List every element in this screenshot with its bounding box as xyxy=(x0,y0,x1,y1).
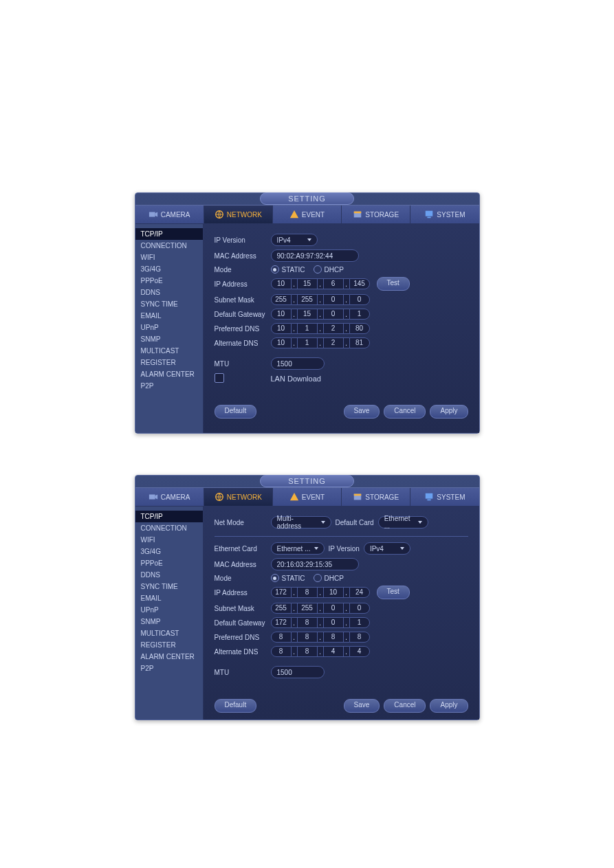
tab-network[interactable]: NETWORK xyxy=(204,205,273,223)
sidebar-item-ddns[interactable]: DDNS xyxy=(135,569,203,581)
ip-octet[interactable]: 8 xyxy=(297,646,318,657)
sidebar-item-synctime[interactable]: SYNC TIME xyxy=(135,298,203,310)
gateway-input[interactable]: 10.15.0.1 xyxy=(271,309,370,320)
sidebar-item-multicast[interactable]: MULTICAST xyxy=(135,627,203,639)
ip-octet[interactable]: 1 xyxy=(349,309,370,320)
sidebar-item-upnp[interactable]: UPnP xyxy=(135,604,203,616)
ip-octet[interactable]: 8 xyxy=(323,632,344,643)
ip-address-input[interactable]: 172.8.10.24 xyxy=(271,587,370,598)
radio-dhcp[interactable]: DHCP xyxy=(314,265,344,274)
sidebar-item-wifi[interactable]: WIFI xyxy=(135,252,203,263)
ip-octet[interactable]: 8 xyxy=(297,617,318,628)
ip-octet[interactable]: 10 xyxy=(271,309,292,320)
sidebar-item-upnp[interactable]: UPnP xyxy=(135,322,203,333)
ip-octet[interactable]: 1 xyxy=(297,323,318,334)
tab-event[interactable]: EVENT xyxy=(273,205,342,223)
prefdns-input[interactable]: 8.8.8.8 xyxy=(271,632,370,643)
ip-octet[interactable]: 10 xyxy=(271,278,292,289)
ip-octet[interactable]: 0 xyxy=(323,294,344,305)
default-button[interactable]: Default xyxy=(215,699,257,713)
sidebar-item-snmp[interactable]: SNMP xyxy=(135,333,203,345)
ip-octet[interactable]: 0 xyxy=(323,617,344,628)
tab-storage[interactable]: STORAGE xyxy=(342,488,410,506)
ip-octet[interactable]: 24 xyxy=(349,587,370,598)
sidebar-item-ddns[interactable]: DDNS xyxy=(135,287,203,298)
ip-octet[interactable]: 255 xyxy=(297,603,318,614)
tab-network[interactable]: NETWORK xyxy=(204,488,273,506)
ip-octet[interactable]: 172 xyxy=(271,587,292,598)
ip-octet[interactable]: 172 xyxy=(271,617,292,628)
sidebar-item-p2p[interactable]: P2P xyxy=(135,663,203,674)
sidebar-item-tcpip[interactable]: TCP/IP xyxy=(135,511,203,522)
sidebar-item-tcpip[interactable]: TCP/IP xyxy=(135,228,203,240)
sidebar-item-email[interactable]: EMAIL xyxy=(135,310,203,322)
sidebar-item-3g4g[interactable]: 3G/4G xyxy=(135,546,203,557)
ip-octet[interactable]: 255 xyxy=(271,603,292,614)
radio-dhcp[interactable]: DHCP xyxy=(314,574,344,582)
ip-octet[interactable]: 80 xyxy=(349,323,370,334)
tab-storage[interactable]: STORAGE xyxy=(342,205,410,223)
sidebar-item-register[interactable]: REGISTER xyxy=(135,357,203,368)
ip-octet[interactable]: 145 xyxy=(349,278,370,289)
ip-octet[interactable]: 255 xyxy=(297,294,318,305)
radio-static[interactable]: STATIC xyxy=(271,574,305,582)
tab-system[interactable]: SYSTEM xyxy=(410,205,479,223)
ip-octet[interactable]: 4 xyxy=(349,646,370,657)
test-button[interactable]: Test xyxy=(377,586,410,599)
tab-event[interactable]: EVENT xyxy=(273,488,342,506)
save-button[interactable]: Save xyxy=(344,405,380,419)
apply-button[interactable]: Apply xyxy=(430,699,468,713)
ip-octet[interactable]: 1 xyxy=(349,617,370,628)
altdns-input[interactable]: 8.8.4.4 xyxy=(271,646,370,657)
ip-octet[interactable]: 1 xyxy=(297,337,318,348)
tab-camera[interactable]: CAMERA xyxy=(135,205,204,223)
ip-octet[interactable]: 8 xyxy=(271,646,292,657)
ip-octet[interactable]: 8 xyxy=(271,632,292,643)
lan-download-checkbox[interactable] xyxy=(215,373,224,383)
sidebar-item-synctime[interactable]: SYNC TIME xyxy=(135,581,203,592)
ip-octet[interactable]: 0 xyxy=(349,603,370,614)
ip-octet[interactable]: 8 xyxy=(297,587,318,598)
sidebar-item-snmp[interactable]: SNMP xyxy=(135,616,203,627)
prefdns-input[interactable]: 10.1.2.80 xyxy=(271,323,370,334)
sidebar-item-register[interactable]: REGISTER xyxy=(135,639,203,651)
sidebar-item-pppoe[interactable]: PPPoE xyxy=(135,557,203,569)
ip-octet[interactable]: 0 xyxy=(323,603,344,614)
radio-static[interactable]: STATIC xyxy=(271,265,305,274)
ip-address-input[interactable]: 10.15.6.145 xyxy=(271,278,370,289)
default-button[interactable]: Default xyxy=(215,405,257,419)
ip-octet[interactable]: 6 xyxy=(323,278,344,289)
subnet-input[interactable]: 255.255.0.0 xyxy=(271,294,370,305)
sidebar-item-pppoe[interactable]: PPPoE xyxy=(135,275,203,287)
mtu-input[interactable]: 1500 xyxy=(271,666,325,678)
ethcard-select[interactable]: Ethernet ... xyxy=(271,542,325,555)
sidebar-item-p2p[interactable]: P2P xyxy=(135,380,203,392)
ip-octet[interactable]: 8 xyxy=(297,632,318,643)
ip-octet[interactable]: 2 xyxy=(323,337,344,348)
apply-button[interactable]: Apply xyxy=(430,405,468,419)
ipversion-select[interactable]: IPv4 xyxy=(271,234,318,246)
defaultcard-select[interactable]: Ethernet ... xyxy=(378,516,428,528)
cancel-button[interactable]: Cancel xyxy=(384,699,426,713)
ip-octet[interactable]: 0 xyxy=(323,309,344,320)
save-button[interactable]: Save xyxy=(344,699,380,713)
sidebar-item-connection[interactable]: CONNECTION xyxy=(135,522,203,534)
sidebar-item-connection[interactable]: CONNECTION xyxy=(135,240,203,252)
sidebar-item-alarmcenter[interactable]: ALARM CENTER xyxy=(135,368,203,380)
sidebar-item-multicast[interactable]: MULTICAST xyxy=(135,345,203,357)
ip-octet[interactable]: 15 xyxy=(297,309,318,320)
ip-octet[interactable]: 4 xyxy=(323,646,344,657)
ip-octet[interactable]: 81 xyxy=(349,337,370,348)
gateway-input[interactable]: 172.8.0.1 xyxy=(271,617,370,628)
ip-octet[interactable]: 8 xyxy=(349,632,370,643)
ip-octet[interactable]: 2 xyxy=(323,323,344,334)
altdns-input[interactable]: 10.1.2.81 xyxy=(271,337,370,348)
cancel-button[interactable]: Cancel xyxy=(384,405,426,419)
ip-octet[interactable]: 255 xyxy=(271,294,292,305)
sidebar-item-alarmcenter[interactable]: ALARM CENTER xyxy=(135,651,203,663)
tab-camera[interactable]: CAMERA xyxy=(135,488,204,506)
subnet-input[interactable]: 255.255.0.0 xyxy=(271,603,370,614)
sidebar-item-wifi[interactable]: WIFI xyxy=(135,534,203,546)
ip-octet[interactable]: 10 xyxy=(271,337,292,348)
sidebar-item-email[interactable]: EMAIL xyxy=(135,592,203,604)
